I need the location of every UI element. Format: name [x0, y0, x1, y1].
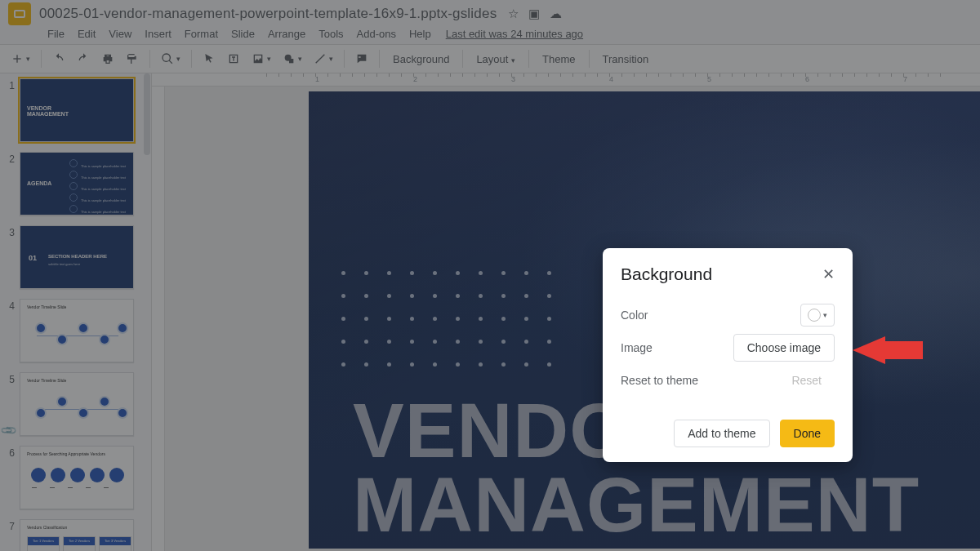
- done-button[interactable]: Done: [780, 420, 835, 447]
- choose-image-button[interactable]: Choose image: [733, 334, 835, 362]
- reset-label: Reset to theme: [621, 374, 698, 387]
- close-icon[interactable]: ✕: [822, 267, 835, 282]
- color-swatch-icon: [808, 309, 821, 322]
- background-dialog: Background ✕ Color ▾ Image Choose image …: [603, 248, 853, 462]
- reset-button: Reset: [778, 367, 835, 394]
- dialog-title: Background: [621, 264, 712, 284]
- chevron-down-icon: ▾: [823, 311, 827, 319]
- color-picker-button[interactable]: ▾: [800, 304, 835, 327]
- add-to-theme-button[interactable]: Add to theme: [674, 420, 769, 447]
- callout-arrow-annotation: [853, 336, 923, 364]
- image-label: Image: [621, 341, 653, 354]
- color-label: Color: [621, 309, 648, 322]
